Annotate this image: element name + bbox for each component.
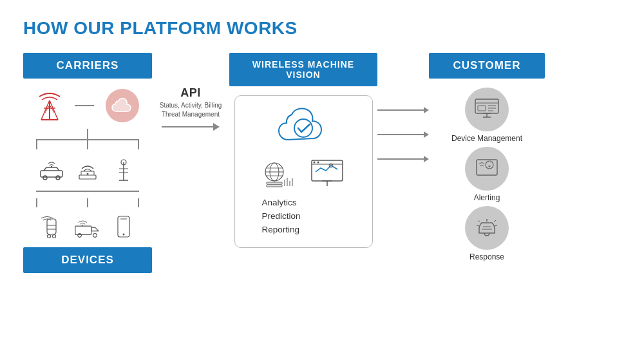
- svg-point-24: [53, 235, 56, 238]
- carriers-column: CARRIERS: [23, 53, 152, 273]
- gateway-icon: [74, 157, 101, 184]
- carrier-top-row: [36, 89, 139, 122]
- wmv-label-reporting: Reporting: [262, 225, 300, 234]
- dash-connector: [75, 105, 94, 106]
- alerting-label: Alerting: [474, 193, 500, 202]
- wmv-icons-row: [261, 155, 345, 189]
- arrow-1-line: [377, 109, 424, 111]
- customer-column: CUSTOMER: [429, 53, 545, 261]
- svg-point-31: [123, 234, 125, 236]
- svg-rect-54: [478, 106, 486, 111]
- devices-label: DEVICES: [23, 247, 152, 273]
- wmv-label: WIRELESS MACHINE VISION: [229, 53, 377, 86]
- branch-lines-bot: [36, 191, 139, 192]
- car-icon: [38, 157, 65, 184]
- arrow-3-line: [377, 158, 424, 160]
- page: HOW OUR PLATFORM WORKS CARRIERS: [0, 0, 644, 358]
- customer-items: Device Management: [429, 88, 545, 261]
- svg-line-66: [478, 220, 480, 222]
- phone-icon: [110, 215, 137, 242]
- api-label: API: [180, 86, 201, 100]
- wmv-column: WIRELESS MACHINE VISION: [229, 53, 377, 248]
- svg-line-68: [477, 225, 479, 226]
- svg-rect-12: [79, 175, 96, 179]
- svg-point-29: [82, 225, 83, 226]
- svg-point-23: [48, 235, 51, 238]
- response-label: Response: [469, 252, 504, 261]
- radio-tower-icon: [36, 92, 63, 119]
- svg-point-48: [317, 162, 319, 164]
- arrow-3-head: [424, 156, 429, 162]
- svg-rect-25: [75, 226, 91, 234]
- svg-point-33: [294, 119, 312, 137]
- device-mgmt-circle: [465, 88, 509, 131]
- svg-point-28: [93, 234, 97, 238]
- wmv-label-prediction: Prediction: [262, 211, 301, 221]
- api-arrow-area: API Status, Activity, Billing Threat Man…: [152, 53, 229, 131]
- svg-point-47: [314, 162, 316, 164]
- branch-lines-top: [36, 140, 139, 149]
- svg-point-62: [486, 161, 493, 169]
- response-circle: [465, 206, 509, 250]
- devices-row-2: [38, 215, 137, 242]
- device-mgmt-label: Device Management: [451, 134, 522, 143]
- arrow-line-body: [162, 126, 213, 127]
- svg-point-63: [489, 166, 490, 167]
- sensor-pole-icon: [110, 157, 137, 184]
- customer-item-device-mgmt: Device Management: [451, 88, 522, 143]
- svg-point-10: [56, 176, 60, 180]
- branch-lines-bot2: [36, 198, 139, 207]
- svg-line-3: [41, 100, 50, 120]
- svg-rect-45: [312, 160, 343, 181]
- customer-item-response: Response: [465, 206, 509, 261]
- svg-point-9: [43, 176, 47, 180]
- arrows-column: [377, 53, 429, 171]
- wmv-cloud-area: [278, 106, 329, 146]
- customer-label: CUSTOMER: [429, 53, 545, 79]
- api-arrow: [162, 123, 220, 131]
- svg-point-11: [87, 173, 89, 175]
- svg-line-69: [495, 225, 497, 226]
- carriers-icons: [23, 89, 152, 242]
- arrow-head: [213, 123, 220, 131]
- svg-line-4: [50, 100, 58, 120]
- vertical-lines: [23, 129, 152, 149]
- wmv-labels: Analytics Prediction Reporting: [244, 198, 363, 234]
- arrow-2-line: [377, 134, 424, 135]
- alerting-circle: [465, 147, 509, 191]
- svg-line-67: [494, 220, 496, 222]
- wmv-label-analytics: Analytics: [262, 198, 297, 207]
- svg-point-27: [78, 234, 82, 238]
- arrow-2-head: [424, 131, 429, 138]
- carriers-label: CARRIERS: [23, 53, 152, 79]
- wmv-inner-box: Analytics Prediction Reporting: [234, 95, 373, 248]
- arrow-3: [377, 156, 429, 162]
- train-icon: [38, 215, 65, 242]
- arrow-2: [377, 131, 429, 138]
- customer-item-alerting: Alerting: [465, 147, 509, 202]
- arrow-1-head: [424, 107, 429, 113]
- diagram: CARRIERS: [23, 53, 621, 273]
- svg-rect-40: [267, 185, 282, 187]
- devices-row-1: [38, 157, 137, 184]
- arrow-1: [377, 107, 429, 113]
- truck-icon: [74, 215, 101, 242]
- api-sublabel: Status, Activity, Billing Threat Managem…: [152, 101, 229, 119]
- svg-rect-39: [267, 182, 282, 184]
- carrier-cloud-icon: [106, 89, 139, 122]
- page-title: HOW OUR PLATFORM WORKS: [23, 18, 621, 39]
- svg-rect-52: [475, 99, 498, 113]
